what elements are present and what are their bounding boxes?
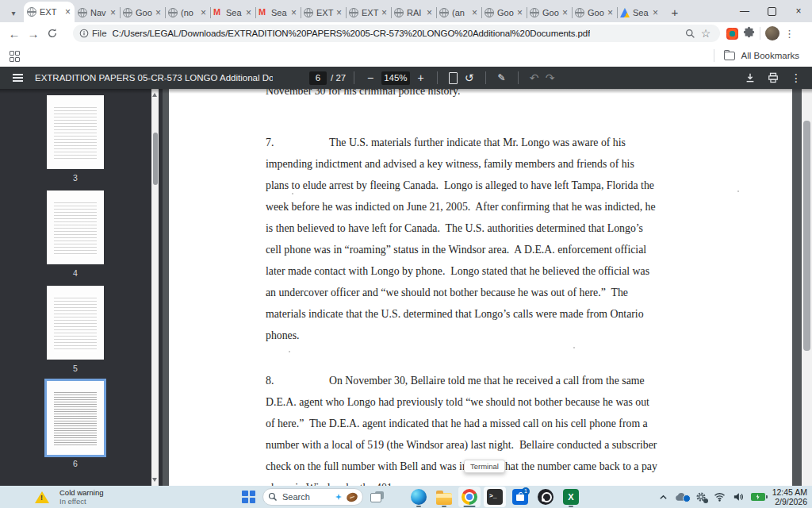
- sidebar-scrollbar-thumb[interactable]: [153, 133, 158, 185]
- browser-tab[interactable]: Sea ×: [255, 3, 301, 22]
- tab-close-icon[interactable]: ×: [561, 9, 569, 17]
- tab-close-icon[interactable]: ×: [155, 9, 162, 17]
- download-button[interactable]: [742, 70, 758, 86]
- start-button[interactable]: [242, 491, 255, 504]
- zoom-level-value[interactable]: 145%: [381, 71, 409, 85]
- pdf-thumbnail-preview[interactable]: [47, 286, 104, 360]
- apps-shortcut-icon[interactable]: [10, 51, 19, 60]
- browser-tab[interactable]: Goo ×: [527, 3, 572, 22]
- bookmarks-divider: [714, 49, 714, 62]
- weather-widget[interactable]: Cold warning In effect: [35, 486, 103, 508]
- main-scrollbar[interactable]: [802, 89, 812, 486]
- taskbar-app-chrome[interactable]: [458, 487, 481, 507]
- browser-tab[interactable]: EXT ×: [24, 2, 75, 22]
- pdf-menu-icon[interactable]: [13, 77, 23, 79]
- taskbar-app-explorer[interactable]: [433, 487, 455, 507]
- pdf-thumbnail[interactable]: 4: [47, 190, 104, 278]
- browser-tab[interactable]: RAI ×: [391, 3, 436, 22]
- pdf-thumbnail-preview[interactable]: [47, 95, 104, 169]
- bookmark-star-icon[interactable]: ☆: [698, 27, 714, 40]
- refresh-button[interactable]: [43, 24, 62, 43]
- scroll-down-icon[interactable]: [152, 478, 157, 482]
- page-number-input[interactable]: 6: [309, 71, 327, 85]
- zoom-in-button[interactable]: +: [413, 70, 429, 86]
- print-button[interactable]: [765, 70, 781, 86]
- url-text[interactable]: C:/Users/LEGAL/Downloads/EXTRADITION%20P…: [113, 29, 591, 38]
- scroll-up-icon[interactable]: [152, 93, 157, 97]
- clock-date: 2/9/2026: [772, 497, 807, 506]
- back-button[interactable]: ←: [5, 24, 24, 43]
- maximize-button[interactable]: [758, 0, 785, 22]
- zoom-page-icon[interactable]: [682, 29, 698, 39]
- tab-title: Sea: [271, 8, 289, 17]
- close-button[interactable]: ×: [785, 0, 812, 22]
- tab-close-icon[interactable]: ×: [245, 9, 252, 17]
- taskbar-app-store[interactable]: 1: [509, 487, 531, 507]
- browser-tab[interactable]: (an ×: [436, 3, 481, 22]
- volume-icon[interactable]: [733, 492, 744, 502]
- zoom-out-button[interactable]: −: [362, 70, 378, 86]
- pdf-more-menu-icon[interactable]: ⋮: [788, 70, 804, 86]
- browser-tab[interactable]: Goo ×: [572, 3, 617, 22]
- browser-tab[interactable]: Goo ×: [481, 3, 527, 22]
- tab-search-chevron-icon[interactable]: ▾: [3, 3, 24, 22]
- annotate-button[interactable]: ✎: [494, 70, 510, 86]
- rotate-button[interactable]: ↺: [462, 70, 477, 86]
- undo-button[interactable]: ↶: [527, 70, 542, 86]
- taskbar-app-edge[interactable]: [408, 487, 430, 507]
- battery-icon[interactable]: [751, 493, 765, 501]
- browser-tab[interactable]: EXT ×: [346, 3, 391, 22]
- taskbar-app-icon: [462, 489, 477, 505]
- file-chip-label: File: [92, 29, 107, 38]
- pdf-thumbnail[interactable]: 6: [47, 381, 104, 468]
- tab-close-icon[interactable]: ×: [290, 9, 297, 17]
- taskbar-app-excel[interactable]: [560, 487, 582, 507]
- browser-tab[interactable]: EXT ×: [301, 3, 346, 22]
- browser-tab[interactable]: (no ×: [165, 3, 210, 22]
- tab-close-icon[interactable]: ×: [652, 9, 659, 17]
- extension-icon[interactable]: [726, 28, 738, 40]
- onedrive-icon[interactable]: [675, 492, 688, 502]
- wifi-icon[interactable]: [714, 492, 726, 502]
- pdf-thumbnail-preview[interactable]: [47, 190, 104, 264]
- profile-avatar[interactable]: [765, 26, 779, 40]
- minimize-button[interactable]: —: [731, 0, 758, 22]
- extensions-puzzle-icon[interactable]: [743, 26, 755, 41]
- new-tab-button[interactable]: +: [665, 2, 684, 21]
- all-bookmarks-button[interactable]: All Bookmarks: [714, 49, 800, 62]
- taskbar-app-terminal[interactable]: [484, 487, 506, 507]
- browser-menu-icon[interactable]: ⋮: [784, 28, 795, 40]
- tab-close-icon[interactable]: ×: [200, 9, 207, 17]
- tab-close-icon[interactable]: ×: [381, 9, 388, 17]
- task-view-button[interactable]: [370, 491, 384, 502]
- settings-gear-icon[interactable]: [695, 491, 707, 502]
- tab-close-icon[interactable]: ×: [335, 9, 343, 17]
- tab-close-icon[interactable]: ×: [64, 8, 71, 16]
- browser-tab[interactable]: Goo ×: [120, 3, 165, 22]
- browser-tab[interactable]: Nav ×: [75, 3, 120, 22]
- tab-close-icon[interactable]: ×: [426, 9, 433, 17]
- browser-tab[interactable]: Sea ×: [617, 3, 662, 22]
- forward-button[interactable]: →: [24, 24, 43, 43]
- taskbar-search-box[interactable]: Search: [262, 488, 363, 506]
- taskbar-clock[interactable]: 12:45 AM 2/9/2026: [772, 487, 807, 506]
- running-indicator: [569, 506, 573, 508]
- tab-close-icon[interactable]: ×: [109, 9, 117, 17]
- taskbar-app-obs[interactable]: [534, 487, 557, 507]
- tab-close-icon[interactable]: ×: [607, 9, 614, 17]
- refresh-icon: [47, 28, 58, 39]
- sidebar-scrollbar[interactable]: [151, 89, 159, 486]
- main-scrollbar-thumb[interactable]: [803, 121, 810, 351]
- redo-button[interactable]: ↷: [542, 70, 558, 86]
- tray-chevron-icon[interactable]: [659, 494, 668, 501]
- tab-close-icon[interactable]: ×: [471, 9, 478, 17]
- pdf-thumbnail[interactable]: 3: [47, 95, 104, 183]
- url-omnibox[interactable]: File C:/Users/LEGAL/Downloads/EXTRADITIO…: [73, 25, 720, 42]
- document-text-line: of here.” The D.E.A. agent indicated tha…: [266, 413, 741, 434]
- browser-tab[interactable]: Sea ×: [210, 3, 255, 22]
- pdf-thumbnail[interactable]: 5: [47, 286, 104, 373]
- pdf-toolbar-right: ⋮: [742, 70, 804, 86]
- tab-close-icon[interactable]: ×: [516, 9, 523, 17]
- pdf-thumbnail-preview[interactable]: [47, 381, 104, 455]
- fit-page-button[interactable]: [446, 70, 462, 86]
